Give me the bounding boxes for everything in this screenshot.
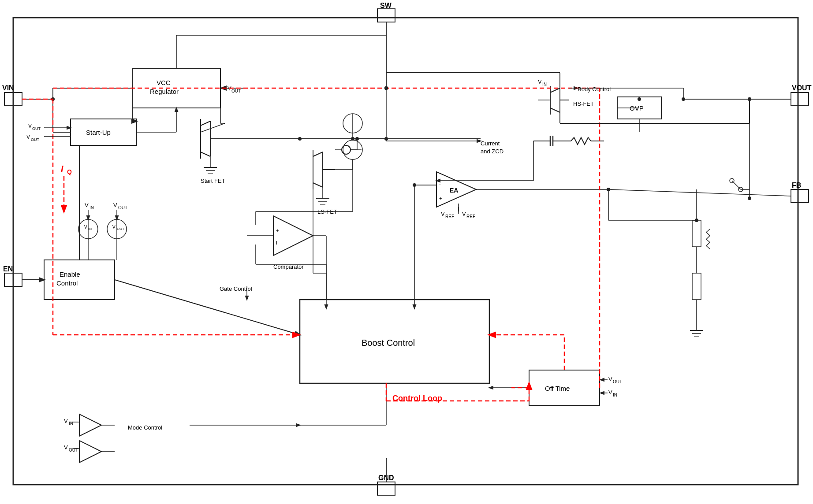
svg-rect-3 (377, 9, 395, 22)
comparator-plus: + (276, 228, 279, 233)
svg-line-167 (201, 123, 225, 132)
circle-vout-sub: OUT (118, 205, 127, 210)
comparator-minus: I (276, 240, 277, 245)
svg-point-161 (695, 219, 698, 222)
startup-vout-label: V (28, 123, 32, 129)
circle-vout-label: V (113, 202, 117, 208)
circle-vin-sub: IN (90, 205, 94, 210)
ea-label: EA (450, 187, 458, 194)
control-loop-label: Control Loop (392, 394, 442, 403)
svg-line-34 (201, 152, 210, 156)
start-fet-label: Start FET (201, 178, 225, 184)
vcc-regulator-label: VCC (157, 79, 171, 86)
vout-sensor-label: V (112, 225, 116, 230)
off-time-vin-sub: IN (613, 393, 617, 397)
en-label: EN (3, 265, 13, 273)
svg-line-42 (313, 152, 323, 156)
iq-label: I (61, 164, 63, 174)
boost-control-label: Boost Control (362, 338, 415, 348)
startup-label: Start-Up (86, 129, 111, 136)
hs-vin-label: V (538, 78, 542, 85)
enable-control-label: Enable (60, 271, 80, 278)
body-control-label: Body Control (578, 86, 611, 93)
svg-point-177 (351, 137, 354, 141)
ea-plus: + (439, 196, 442, 201)
svg-line-26 (550, 108, 560, 112)
vin-sensor-label: V (84, 225, 87, 230)
svg-line-25 (550, 88, 560, 93)
vout-sensor-sub: OUT (117, 227, 124, 231)
off-time-vin: V (608, 389, 612, 396)
vref-text: V (462, 211, 466, 217)
startup-out-sub: OUT (31, 137, 40, 142)
vref-sub2: REF (466, 214, 475, 219)
svg-rect-2 (791, 93, 809, 106)
svg-rect-110 (692, 273, 701, 300)
startup-out-vout: V (26, 134, 30, 140)
fb-label: FB (792, 182, 801, 189)
vref-label: V (441, 211, 445, 217)
mode-vin-label: V (64, 418, 68, 424)
svg-rect-6 (791, 189, 809, 203)
svg-line-78 (115, 280, 300, 335)
vout-arrow-sub: OUT (231, 89, 241, 93)
svg-line-33 (201, 121, 210, 126)
svg-point-155 (384, 86, 388, 90)
svg-marker-17 (273, 216, 313, 256)
svg-point-175 (355, 137, 359, 141)
svg-point-151 (638, 97, 641, 101)
svg-marker-55 (79, 414, 101, 436)
current-zcd-label: Current (481, 140, 500, 147)
startup-vout-sub: OUT (32, 126, 41, 131)
iq-sub: Q (67, 168, 72, 175)
off-time-vout-sub: OUT (613, 379, 622, 384)
hs-fet-label: HS-FET (573, 100, 594, 107)
enable-control-label2: Control (56, 279, 78, 287)
vref-sub: REF (445, 214, 454, 219)
circle-vin-label: V (85, 202, 89, 208)
mode-control-label: Mode Control (128, 424, 162, 431)
ea-minus: - (439, 182, 441, 187)
svg-marker-57 (79, 441, 101, 463)
svg-point-159 (607, 188, 610, 191)
svg-point-172 (298, 137, 302, 141)
svg-point-106 (748, 196, 751, 200)
svg-line-43 (313, 183, 323, 187)
vin-label: VIN (2, 84, 14, 92)
vin-sensor-sub: IN (88, 227, 92, 231)
vout-pin-label: VOUT (792, 84, 812, 92)
current-zcd-label2: and ZCD (481, 148, 503, 155)
mode-vout-label: V (64, 444, 68, 451)
vcc-regulator-label2: Regulator (150, 88, 179, 95)
svg-line-90 (608, 189, 791, 196)
off-time-label: Off Time (545, 385, 570, 392)
circuit-diagram: VIN VOUT SW GND EN FB VCC Regulator V OU… (0, 0, 813, 504)
svg-rect-108 (692, 220, 701, 247)
hs-vin-sub: IN (542, 82, 547, 87)
sw-label: SW (380, 2, 392, 9)
svg-rect-11 (44, 260, 115, 300)
svg-line-114 (732, 181, 741, 189)
off-time-vout: V (608, 376, 612, 382)
svg-point-144 (748, 97, 751, 101)
